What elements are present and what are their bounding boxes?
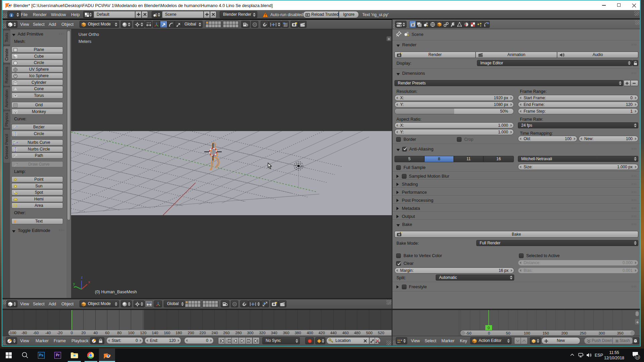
svg-text:F: F <box>14 219 17 224</box>
svg-text:!: ! <box>265 13 266 17</box>
svg-text:x: x <box>88 280 90 284</box>
svg-text:i: i <box>11 13 12 17</box>
svg-text:z: z <box>81 275 83 279</box>
svg-text:y: y <box>73 282 75 286</box>
